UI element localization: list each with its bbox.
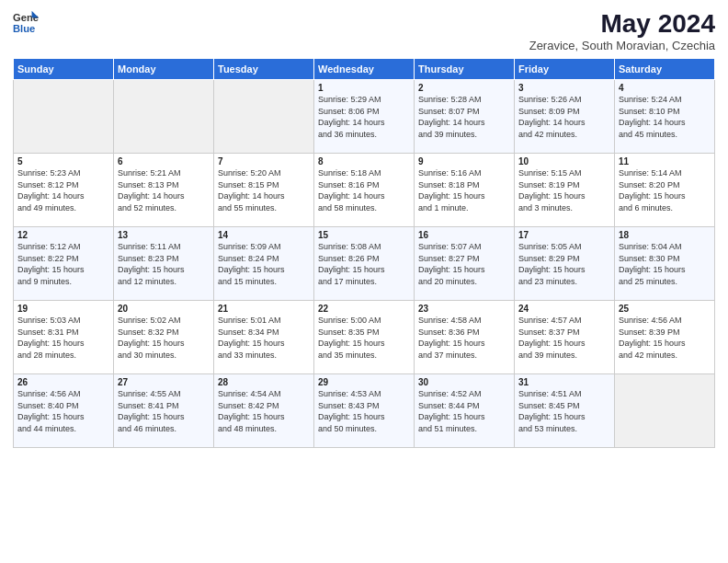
calendar-cell: 25Sunrise: 4:56 AM Sunset: 8:39 PM Dayli… [615,301,715,374]
col-saturday: Saturday [615,59,715,80]
col-monday: Monday [114,59,214,80]
calendar-cell: 13Sunrise: 5:11 AM Sunset: 8:23 PM Dayli… [114,227,214,301]
day-number: 6 [118,156,210,167]
day-info: Sunrise: 5:11 AM Sunset: 8:23 PM Dayligh… [118,241,210,287]
logo: General Blue [13,9,39,35]
calendar-cell: 19Sunrise: 5:03 AM Sunset: 8:31 PM Dayli… [14,301,114,374]
day-number: 26 [17,377,109,387]
calendar-cell: 24Sunrise: 4:57 AM Sunset: 8:37 PM Dayli… [515,301,615,374]
calendar-cell: 23Sunrise: 4:58 AM Sunset: 8:36 PM Dayli… [415,301,515,374]
day-number: 24 [518,304,610,314]
day-info: Sunrise: 5:03 AM Sunset: 8:31 PM Dayligh… [17,315,109,361]
day-info: Sunrise: 4:58 AM Sunset: 8:36 PM Dayligh… [418,315,510,361]
day-number: 12 [17,230,109,240]
day-info: Sunrise: 5:16 AM Sunset: 8:18 PM Dayligh… [418,167,510,213]
day-number: 20 [118,304,210,314]
day-number: 19 [17,304,109,314]
calendar-week-4: 19Sunrise: 5:03 AM Sunset: 8:31 PM Dayli… [14,301,715,374]
calendar-cell: 1Sunrise: 5:29 AM Sunset: 8:06 PM Daylig… [314,80,415,154]
day-number: 18 [619,230,711,240]
day-number: 30 [418,377,510,387]
day-info: Sunrise: 5:05 AM Sunset: 8:29 PM Dayligh… [518,241,610,287]
day-info: Sunrise: 4:56 AM Sunset: 8:40 PM Dayligh… [17,388,109,434]
col-wednesday: Wednesday [314,59,415,80]
calendar-cell: 31Sunrise: 4:51 AM Sunset: 8:45 PM Dayli… [515,374,615,448]
day-info: Sunrise: 5:12 AM Sunset: 8:22 PM Dayligh… [17,241,109,287]
calendar-cell: 21Sunrise: 5:01 AM Sunset: 8:34 PM Dayli… [214,301,314,374]
calendar-cell: 4Sunrise: 5:24 AM Sunset: 8:10 PM Daylig… [615,80,715,154]
day-number: 31 [518,377,610,387]
day-number: 2 [418,83,510,93]
calendar-cell: 14Sunrise: 5:09 AM Sunset: 8:24 PM Dayli… [214,227,314,301]
calendar-cell: 28Sunrise: 4:54 AM Sunset: 8:42 PM Dayli… [214,374,314,448]
day-info: Sunrise: 5:09 AM Sunset: 8:24 PM Dayligh… [218,241,310,287]
calendar-cell: 5Sunrise: 5:23 AM Sunset: 8:12 PM Daylig… [14,154,114,227]
page-title: May 2024 [529,9,715,39]
calendar-week-3: 12Sunrise: 5:12 AM Sunset: 8:22 PM Dayli… [14,227,715,301]
calendar-cell: 2Sunrise: 5:28 AM Sunset: 8:07 PM Daylig… [415,80,515,154]
day-number: 10 [518,156,610,167]
calendar-cell: 30Sunrise: 4:52 AM Sunset: 8:44 PM Dayli… [415,374,515,448]
day-info: Sunrise: 5:29 AM Sunset: 8:06 PM Dayligh… [318,94,410,140]
calendar-cell [14,80,114,154]
calendar-cell: 8Sunrise: 5:18 AM Sunset: 8:16 PM Daylig… [314,154,415,227]
calendar-cell: 7Sunrise: 5:20 AM Sunset: 8:15 PM Daylig… [214,154,314,227]
day-info: Sunrise: 4:53 AM Sunset: 8:43 PM Dayligh… [318,388,410,434]
calendar-table: Sunday Monday Tuesday Wednesday Thursday… [13,58,715,448]
day-number: 22 [318,304,410,314]
title-block: May 2024 Zeravice, South Moravian, Czech… [529,9,715,52]
svg-text:Blue: Blue [13,23,35,34]
day-number: 23 [418,304,510,314]
page-header: General Blue May 2024 Zeravice, South Mo… [13,9,715,52]
day-info: Sunrise: 5:07 AM Sunset: 8:27 PM Dayligh… [418,241,510,287]
day-info: Sunrise: 5:02 AM Sunset: 8:32 PM Dayligh… [118,315,210,361]
day-number: 9 [418,156,510,167]
day-info: Sunrise: 4:56 AM Sunset: 8:39 PM Dayligh… [619,315,711,361]
day-info: Sunrise: 4:51 AM Sunset: 8:45 PM Dayligh… [518,388,610,434]
day-info: Sunrise: 5:26 AM Sunset: 8:09 PM Dayligh… [518,94,610,140]
col-tuesday: Tuesday [214,59,314,80]
page-subtitle: Zeravice, South Moravian, Czechia [529,39,715,52]
calendar-cell: 15Sunrise: 5:08 AM Sunset: 8:26 PM Dayli… [314,227,415,301]
day-info: Sunrise: 5:21 AM Sunset: 8:13 PM Dayligh… [118,167,210,213]
day-number: 4 [619,83,711,93]
day-number: 25 [619,304,711,314]
calendar-cell: 11Sunrise: 5:14 AM Sunset: 8:20 PM Dayli… [615,154,715,227]
day-info: Sunrise: 5:08 AM Sunset: 8:26 PM Dayligh… [318,241,410,287]
day-number: 15 [318,230,410,240]
day-info: Sunrise: 4:57 AM Sunset: 8:37 PM Dayligh… [518,315,610,361]
day-number: 3 [518,83,610,93]
day-number: 27 [118,377,210,387]
day-number: 1 [318,83,410,93]
col-friday: Friday [515,59,615,80]
day-number: 13 [118,230,210,240]
col-sunday: Sunday [14,59,114,80]
calendar-header-row: Sunday Monday Tuesday Wednesday Thursday… [14,59,715,80]
day-number: 14 [218,230,310,240]
calendar-cell: 16Sunrise: 5:07 AM Sunset: 8:27 PM Dayli… [415,227,515,301]
calendar-cell [114,80,214,154]
day-info: Sunrise: 4:52 AM Sunset: 8:44 PM Dayligh… [418,388,510,434]
day-info: Sunrise: 4:54 AM Sunset: 8:42 PM Dayligh… [218,388,310,434]
day-info: Sunrise: 5:28 AM Sunset: 8:07 PM Dayligh… [418,94,510,140]
day-number: 5 [17,156,109,167]
day-info: Sunrise: 5:04 AM Sunset: 8:30 PM Dayligh… [619,241,711,287]
day-number: 17 [518,230,610,240]
calendar-cell: 18Sunrise: 5:04 AM Sunset: 8:30 PM Dayli… [615,227,715,301]
day-number: 7 [218,156,310,167]
day-info: Sunrise: 5:00 AM Sunset: 8:35 PM Dayligh… [318,315,410,361]
day-number: 8 [318,156,410,167]
day-info: Sunrise: 5:23 AM Sunset: 8:12 PM Dayligh… [17,167,109,213]
day-number: 21 [218,304,310,314]
calendar-cell: 10Sunrise: 5:15 AM Sunset: 8:19 PM Dayli… [515,154,615,227]
day-info: Sunrise: 5:01 AM Sunset: 8:34 PM Dayligh… [218,315,310,361]
day-info: Sunrise: 5:15 AM Sunset: 8:19 PM Dayligh… [518,167,610,213]
calendar-cell: 12Sunrise: 5:12 AM Sunset: 8:22 PM Dayli… [14,227,114,301]
calendar-cell: 20Sunrise: 5:02 AM Sunset: 8:32 PM Dayli… [114,301,214,374]
col-thursday: Thursday [415,59,515,80]
calendar-cell: 9Sunrise: 5:16 AM Sunset: 8:18 PM Daylig… [415,154,515,227]
calendar-cell: 26Sunrise: 4:56 AM Sunset: 8:40 PM Dayli… [14,374,114,448]
day-number: 16 [418,230,510,240]
calendar-week-2: 5Sunrise: 5:23 AM Sunset: 8:12 PM Daylig… [14,154,715,227]
calendar-week-1: 1Sunrise: 5:29 AM Sunset: 8:06 PM Daylig… [14,80,715,154]
